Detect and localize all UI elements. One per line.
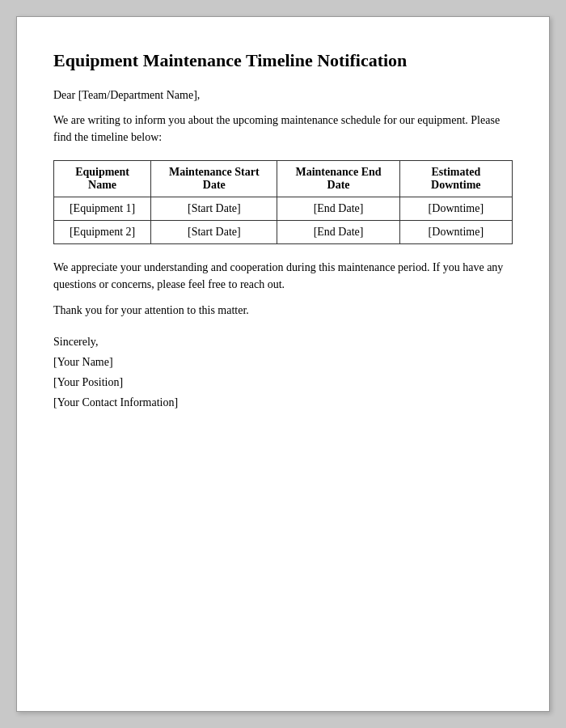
table-row: [Equipment 1][Start Date][End Date][Down…	[54, 197, 513, 220]
col-header-downtime: Estimated Downtime	[399, 160, 512, 197]
table-cell-0-3: [Downtime]	[399, 197, 512, 220]
table-cell-1-0: [Equipment 2]	[54, 220, 151, 243]
table-cell-1-3: [Downtime]	[399, 220, 512, 243]
thank-you-paragraph: Thank you for your attention to this mat…	[53, 304, 513, 317]
closing-contact: [Your Contact Information]	[53, 392, 513, 413]
col-header-start-date: Maintenance Start Date	[151, 160, 277, 197]
col-header-equipment: Equipment Name	[54, 160, 151, 197]
table-cell-1-1: [Start Date]	[151, 220, 277, 243]
closing-name: [Your Name]	[53, 352, 513, 372]
document-title: Equipment Maintenance Timeline Notificat…	[53, 49, 513, 73]
intro-paragraph: We are writing to inform you about the u…	[53, 112, 513, 146]
greeting-text: Dear [Team/Department Name],	[53, 89, 513, 102]
table-cell-0-2: [End Date]	[277, 197, 399, 220]
appreciation-paragraph: We appreciate your understanding and coo…	[53, 259, 513, 293]
table-cell-1-2: [End Date]	[277, 220, 399, 243]
closing-block: Sincerely, [Your Name] [Your Position] […	[53, 332, 513, 413]
maintenance-table: Equipment Name Maintenance Start Date Ma…	[53, 160, 513, 244]
table-cell-0-1: [Start Date]	[151, 197, 277, 220]
table-header-row: Equipment Name Maintenance Start Date Ma…	[54, 160, 513, 197]
table-row: [Equipment 2][Start Date][End Date][Down…	[54, 220, 513, 243]
table-cell-0-0: [Equipment 1]	[54, 197, 151, 220]
col-header-end-date: Maintenance End Date	[277, 160, 399, 197]
closing-salutation: Sincerely,	[53, 332, 513, 352]
table-body: [Equipment 1][Start Date][End Date][Down…	[54, 197, 513, 243]
page-container: Equipment Maintenance Timeline Notificat…	[16, 16, 550, 712]
closing-position: [Your Position]	[53, 372, 513, 392]
